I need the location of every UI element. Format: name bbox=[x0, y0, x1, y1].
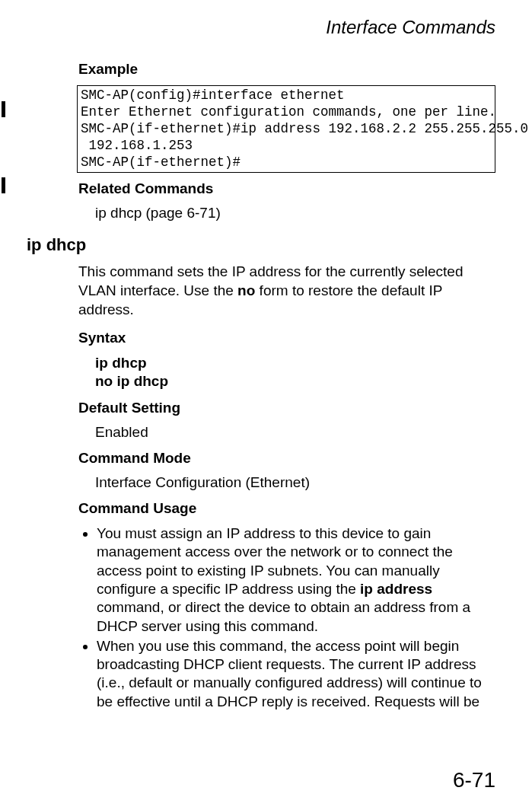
page-header: Interface Commands bbox=[14, 17, 495, 38]
revision-bar bbox=[2, 101, 5, 117]
desc-bold: no bbox=[237, 282, 255, 298]
command-usage-label: Command Usage bbox=[78, 500, 495, 517]
usage-item: When you use this command, the access po… bbox=[97, 637, 495, 711]
default-setting-value: Enabled bbox=[78, 424, 495, 441]
example-code: SMC-AP(config)#interface ethernet Enter … bbox=[77, 85, 495, 173]
usage-text-post: command, or direct the device to obtain … bbox=[97, 599, 470, 633]
command-mode-label: Command Mode bbox=[78, 450, 495, 467]
syntax-line-2: no ip dhcp bbox=[95, 372, 495, 391]
syntax-label: Syntax bbox=[78, 330, 495, 346]
usage-text-bold: ip address bbox=[360, 581, 432, 597]
syntax-line-1: ip dhcp bbox=[95, 354, 495, 372]
command-mode-value: Interface Configuration (Ethernet) bbox=[78, 474, 495, 491]
command-description: This command sets the IP address for the… bbox=[78, 263, 495, 319]
usage-item: You must assign an IP address to this de… bbox=[97, 524, 495, 636]
usage-list: You must assign an IP address to this de… bbox=[78, 524, 495, 711]
revision-bar bbox=[2, 177, 5, 193]
content-area: Example SMC-AP(config)#interface etherne… bbox=[14, 61, 495, 711]
page: Interface Commands Example SMC-AP(config… bbox=[0, 0, 532, 797]
command-heading: ip dhcp bbox=[27, 235, 495, 255]
related-commands-text: ip dhcp (page 6-71) bbox=[78, 205, 495, 222]
related-commands-label: Related Commands bbox=[78, 180, 495, 197]
page-number: 6-71 bbox=[453, 768, 495, 792]
default-setting-label: Default Setting bbox=[78, 400, 495, 416]
syntax-lines: ip dhcp no ip dhcp bbox=[78, 354, 495, 391]
usage-text-pre: When you use this command, the access po… bbox=[97, 638, 482, 709]
example-label: Example bbox=[78, 61, 495, 78]
